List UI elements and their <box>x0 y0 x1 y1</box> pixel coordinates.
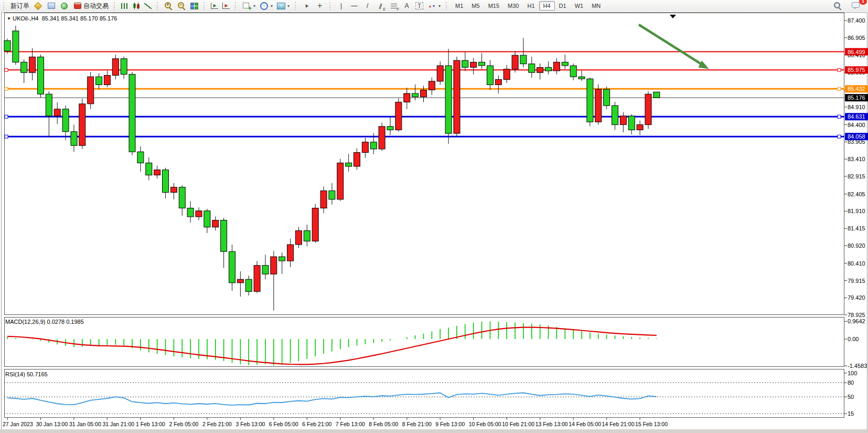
auto-scroll-button[interactable] <box>209 2 220 9</box>
tf-m5[interactable]: M5 <box>467 1 484 10</box>
candle-body <box>570 66 576 77</box>
arrows-button[interactable]: ▾ <box>425 1 443 10</box>
trading-terminal: { "toolbar": { "groups": [ {"name":"orde… <box>0 0 868 433</box>
candle-body <box>529 64 535 73</box>
tile-icon <box>190 3 198 9</box>
cursor-button[interactable] <box>300 1 313 10</box>
candle-body <box>612 105 618 124</box>
notifications-button[interactable]: 1 <box>850 1 863 10</box>
price-tag-label: 84.058 <box>848 133 865 140</box>
svg-text:82.915: 82.915 <box>848 173 865 179</box>
candle-body <box>21 62 27 72</box>
svg-text:79.915: 79.915 <box>848 278 865 284</box>
svg-text:6 Feb 21:00: 6 Feb 21:00 <box>302 421 331 427</box>
crosshair-icon: + <box>315 2 324 10</box>
tf-m30[interactable]: M30 <box>503 1 523 10</box>
candle-body <box>445 66 452 133</box>
candle-body <box>29 57 36 73</box>
svg-text:2 Feb 05:00: 2 Feb 05:00 <box>169 421 198 427</box>
candlestick-chart-button[interactable] <box>131 2 142 10</box>
tf-w1[interactable]: W1 <box>571 1 588 10</box>
dropdown-caret-icon[interactable]: ▾ <box>287 4 290 8</box>
candle-body <box>370 142 377 149</box>
search-button[interactable] <box>831 1 844 10</box>
horizontal-line-button-icon: — <box>350 2 359 10</box>
rsi-pane <box>5 369 844 418</box>
price-tag-label: 84.631 <box>848 113 865 120</box>
new-order-button[interactable]: 新订单 <box>8 1 31 11</box>
data-window-icon[interactable] <box>45 1 58 10</box>
candle-body <box>196 211 202 217</box>
periods-button[interactable]: ▾ <box>258 1 275 10</box>
candle-body <box>146 163 152 175</box>
navigator-icon[interactable] <box>58 1 71 10</box>
chartshift-icon <box>222 3 230 9</box>
vertical-line-button[interactable]: | <box>335 1 348 10</box>
fibonacci-button[interactable] <box>387 1 400 10</box>
candle-body <box>204 211 210 227</box>
svg-text:10 Feb 21:00: 10 Feb 21:00 <box>502 421 534 427</box>
tf-h4[interactable]: H4 <box>539 1 555 10</box>
candles-icon <box>133 3 140 9</box>
tf-h1[interactable]: H1 <box>523 1 539 10</box>
candle-body <box>137 152 144 163</box>
tile-windows-button[interactable] <box>188 2 200 10</box>
svg-text:15: 15 <box>848 410 854 417</box>
candle-body <box>545 67 552 71</box>
candle-body <box>71 132 77 145</box>
crosshair-button[interactable]: + <box>313 1 326 10</box>
candle-body <box>604 89 610 105</box>
text-button[interactable]: A <box>400 1 413 10</box>
trendline-button-icon: / <box>363 2 372 10</box>
price-pane <box>5 13 844 315</box>
label-button[interactable]: T <box>413 2 425 10</box>
zoom-in-button[interactable]: + <box>162 1 175 10</box>
templates-button[interactable]: ▾ <box>275 2 292 10</box>
arrows-icon <box>427 2 436 10</box>
svg-text:27 Jan 2023: 27 Jan 2023 <box>3 421 33 427</box>
tf-d1[interactable]: D1 <box>555 1 571 10</box>
candle-body <box>237 279 243 283</box>
svg-text:0.9642: 0.9642 <box>848 318 865 324</box>
candle-body <box>587 79 593 122</box>
linechart-icon <box>144 3 152 9</box>
candle-body <box>503 69 510 80</box>
zoom-out-button[interactable]: − <box>175 1 188 10</box>
candle-body <box>628 116 635 130</box>
chart-shift-button[interactable] <box>220 2 232 9</box>
bars-icon <box>121 3 128 9</box>
svg-text:30 Jan 13:00: 30 Jan 13:00 <box>36 421 68 427</box>
tf-mn[interactable]: MN <box>587 1 605 10</box>
candle-body <box>520 55 527 64</box>
candle-body <box>271 257 277 274</box>
toolbar-grip <box>3 2 6 10</box>
window-bottom-edge <box>0 429 868 433</box>
dropdown-caret-icon[interactable]: ▾ <box>253 4 255 8</box>
dropdown-caret-icon[interactable]: ▾ <box>438 4 441 8</box>
line-chart-button[interactable] <box>142 3 154 9</box>
candle-body <box>487 66 494 85</box>
bar-chart-button[interactable] <box>119 3 131 9</box>
symbol-timeframe: UKOil-,H4 <box>13 15 39 22</box>
toolbar-grip <box>329 2 333 10</box>
channel-button[interactable] <box>374 1 387 10</box>
fibo-icon <box>389 2 398 10</box>
svg-text:3 Feb 13:00: 3 Feb 13:00 <box>235 421 265 427</box>
candle-body <box>653 92 660 98</box>
svg-text:31 Jan 05:00: 31 Jan 05:00 <box>69 421 101 427</box>
horizontal-line-button[interactable]: — <box>348 1 361 10</box>
collapse-triangle-icon[interactable]: ▼ <box>7 16 11 21</box>
trendline-button[interactable]: / <box>361 1 374 10</box>
chart-window[interactable]: 87.40086.90586.41085.90085.40584.91084.4… <box>0 12 868 433</box>
autotrading-button[interactable]: 自动交易 <box>71 1 111 11</box>
tf-m15[interactable]: M15 <box>484 1 503 10</box>
indicators-button[interactable]: ▾ <box>240 1 258 10</box>
dropdown-caret-icon[interactable]: ▾ <box>271 4 273 8</box>
market-watch-icon[interactable] <box>31 1 45 10</box>
svg-text:0.00: 0.00 <box>848 336 859 342</box>
tf-m1[interactable]: M1 <box>451 1 467 10</box>
svg-text:14 Feb 21:00: 14 Feb 21:00 <box>602 421 635 427</box>
candle-body <box>495 80 501 85</box>
candle-body <box>346 163 352 166</box>
chart-plot[interactable]: 87.40086.90586.41085.90085.40584.91084.4… <box>0 12 868 433</box>
